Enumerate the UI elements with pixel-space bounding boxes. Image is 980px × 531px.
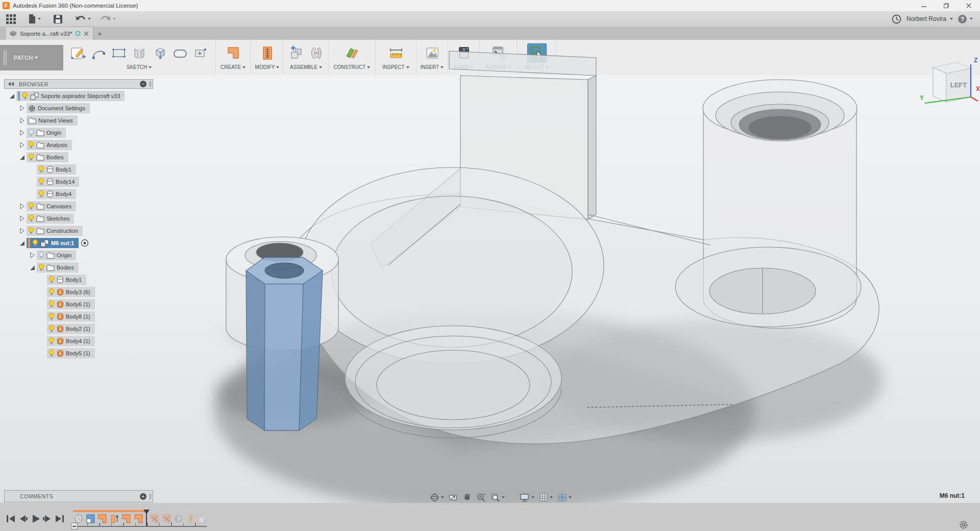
spline-button[interactable] — [89, 43, 108, 63]
orbit-button[interactable] — [429, 492, 445, 503]
browser-item-body1[interactable]: Body1 — [4, 274, 157, 286]
tree-item-chip[interactable]: Document Settings — [27, 103, 90, 113]
canvas-insert-button[interactable] — [423, 43, 442, 63]
timeline-feature-move-copy[interactable] — [197, 513, 208, 524]
grid-and-snaps-button[interactable] — [538, 492, 554, 503]
browser-item-sketches[interactable]: Sketches — [4, 212, 157, 225]
tree-item-chip[interactable]: Named Views — [27, 115, 78, 126]
app-grid-icon[interactable] — [3, 12, 19, 26]
tree-expander-icon[interactable] — [18, 203, 26, 209]
help-menu[interactable]: ? — [958, 15, 973, 23]
browser-item-bodies[interactable]: Bodies — [4, 151, 157, 163]
visibility-bulb-icon[interactable] — [28, 141, 34, 149]
timeline-feature-boundary-fill[interactable] — [85, 513, 96, 524]
toolbar-dropdown-select[interactable]: SELECT — [525, 64, 549, 70]
browser-item-body4[interactable]: Body4 — [4, 188, 157, 200]
tree-item-chip[interactable]: Body4 — [37, 189, 76, 199]
browser-item-named-views[interactable]: Named Views — [4, 114, 157, 127]
tree-item-chip[interactable]: Body8 (1) — [47, 311, 95, 322]
visibility-bulb-icon[interactable] — [48, 276, 55, 283]
slot-button[interactable] — [170, 43, 190, 63]
activate-component-icon[interactable] — [81, 239, 89, 247]
zoom-button[interactable] — [475, 492, 487, 503]
patch-create-button[interactable] — [224, 43, 243, 63]
tree-expander-icon[interactable] — [18, 155, 26, 160]
tree-item-chip[interactable]: Body6 (1) — [47, 299, 95, 309]
toolbar-dropdown-insert[interactable]: INSERT — [421, 64, 444, 70]
tree-item-chip[interactable]: Body1 — [47, 275, 86, 285]
measure-button[interactable] — [386, 43, 406, 63]
box-button[interactable] — [150, 43, 169, 63]
user-account-menu[interactable]: Norbert Rovira — [906, 15, 953, 22]
browser-item-m6-nut-1[interactable]: M6 nut:1 — [4, 237, 157, 249]
browser-item-origin[interactable]: Origin — [4, 249, 157, 261]
timeline-feature-patch-suppressed[interactable] — [149, 513, 160, 524]
panel-minus-icon[interactable]: − — [140, 81, 146, 87]
rectangular-pattern-button[interactable] — [191, 43, 210, 63]
tree-expander-icon[interactable] — [18, 105, 26, 111]
tree-item-chip[interactable]: Body14 — [37, 177, 79, 187]
rectangle-button[interactable] — [109, 43, 129, 63]
model-viewport[interactable]: BROWSER − Soporte aspirador Stepcraft v3… — [0, 75, 980, 503]
tree-item-chip[interactable]: Body5 (1) — [47, 348, 95, 358]
browser-item-body14[interactable]: Body14 — [4, 176, 157, 188]
job-status-clock-icon[interactable] — [892, 14, 901, 24]
tree-item-chip[interactable]: Soporte aspirador Stepcraft v33 — [16, 91, 125, 101]
view-cube[interactable]: LEFT Z X Y — [918, 47, 980, 109]
toolbar-dropdown-assemble[interactable]: ASSEMBLE — [290, 64, 322, 70]
timeline-feature-form[interactable] — [73, 513, 84, 524]
restore-button[interactable] — [935, 1, 958, 11]
timeline-feature-revert[interactable] — [173, 513, 184, 524]
visibility-bulb-icon[interactable] — [32, 239, 38, 247]
workspace-switcher[interactable]: PATCH — [0, 45, 63, 70]
browser-item-body1[interactable]: Body1 — [4, 163, 157, 176]
toolbar-dropdown-create[interactable]: CREATE — [220, 64, 246, 70]
mirror-button[interactable] — [130, 43, 149, 63]
toolbar-dropdown-modify[interactable]: MODIFY — [255, 64, 280, 70]
scripts-addins-button[interactable] — [489, 43, 508, 63]
tree-item-chip[interactable]: M6 nut:1 — [27, 238, 79, 248]
tree-item-chip[interactable]: Analysis — [27, 140, 72, 150]
browser-item-body4-1-[interactable]: Body4 (1) — [4, 335, 157, 347]
comments-panel-header[interactable]: COMMENTS + — [4, 490, 153, 502]
offset-plane-button[interactable] — [342, 43, 362, 63]
timeline-feature-patch-suppressed[interactable] — [161, 513, 172, 524]
visibility-bulb-icon[interactable] — [38, 264, 44, 271]
visibility-bulb-icon[interactable] — [22, 92, 28, 100]
tree-expander-icon[interactable] — [18, 215, 26, 222]
tree-item-chip[interactable]: Sketches — [27, 213, 74, 224]
tree-item-chip[interactable]: Body4 (1) — [47, 336, 95, 346]
toolbar-dropdown-make[interactable]: MAKE — [454, 64, 473, 70]
file-menu-button[interactable] — [25, 12, 44, 26]
add-comment-icon[interactable]: + — [140, 493, 146, 500]
joint-button[interactable] — [307, 43, 326, 63]
browser-item-construction[interactable]: Construction — [4, 225, 157, 237]
preferences-gear-icon[interactable] — [959, 520, 969, 530]
visibility-bulb-icon[interactable] — [38, 252, 44, 259]
timeline-feature-extrude[interactable] — [109, 513, 120, 524]
document-tab[interactable]: Soporte a...raft v33* — [5, 27, 93, 40]
browser-item-analysis[interactable]: Analysis — [4, 139, 157, 151]
browser-panel-header[interactable]: BROWSER − — [4, 79, 153, 89]
fit-button[interactable] — [489, 492, 506, 503]
panel-grip[interactable] — [150, 494, 151, 499]
timeline-feature-patch[interactable] — [133, 513, 144, 524]
visibility-bulb-icon[interactable] — [48, 325, 55, 332]
browser-item-body3-6-[interactable]: Body3 (6) — [4, 286, 157, 298]
tree-item-chip[interactable]: Canvases — [27, 201, 76, 211]
browser-item-soporte-aspirador-stepcraft-v33[interactable]: Soporte aspirador Stepcraft v33 — [4, 90, 157, 102]
viewcube-face-label[interactable]: LEFT — [950, 81, 967, 89]
tree-expander-icon[interactable] — [8, 93, 15, 99]
close-button[interactable] — [958, 1, 980, 11]
visibility-bulb-icon[interactable] — [28, 203, 34, 210]
visibility-bulb-icon[interactable] — [48, 337, 55, 345]
collapse-panel-icon[interactable] — [8, 82, 14, 86]
browser-item-body6-1-[interactable]: Body6 (1) — [4, 298, 157, 310]
browser-item-canvases[interactable]: Canvases — [4, 200, 157, 212]
browser-item-body5-1-[interactable]: Body5 (1) — [4, 347, 157, 359]
toolbar-dropdown-add-ins[interactable]: ADD-INS — [485, 64, 511, 70]
visibility-bulb-icon[interactable] — [28, 227, 34, 234]
pan-button[interactable] — [462, 492, 473, 503]
visibility-bulb-icon[interactable] — [28, 154, 34, 161]
viewports-button[interactable] — [556, 492, 573, 503]
